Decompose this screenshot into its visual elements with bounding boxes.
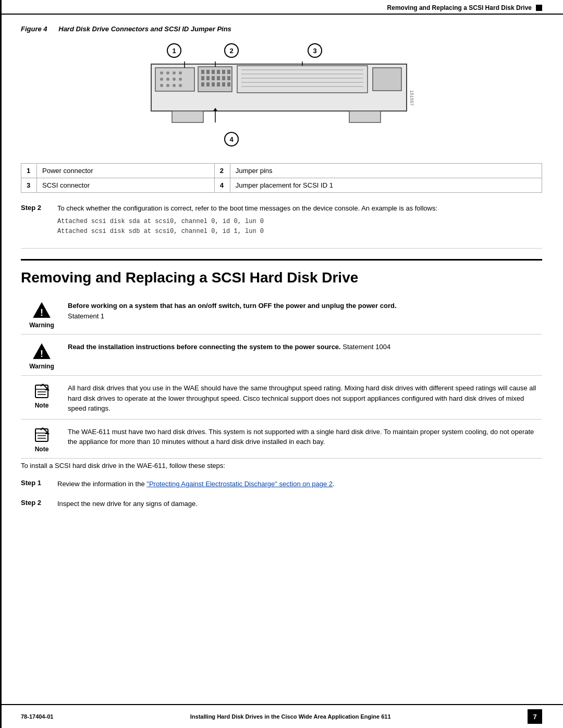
svg-rect-32 xyxy=(227,82,230,87)
warning-icon-area-2: ! Warning xyxy=(21,342,68,370)
table-num-2: 2 xyxy=(214,164,230,178)
svg-line-67 xyxy=(41,428,43,430)
hdd-diagram: 1 2 3 xyxy=(136,38,427,153)
svg-point-8 xyxy=(173,78,176,81)
code-line-2: Attached scsi disk sdb at scsi0, channel… xyxy=(57,227,542,237)
svg-rect-21 xyxy=(201,76,204,80)
warning-extra-2: Statement 1004 xyxy=(342,343,390,351)
figure-section: Figure 4 Hard Disk Drive Connectors and … xyxy=(21,25,542,153)
step2-text: To check whether the configuration is co… xyxy=(57,203,542,214)
install-step-1-label: Step 1 xyxy=(21,479,57,487)
warning-label-2: Warning xyxy=(29,363,54,370)
note-content-1: All hard disk drives that you use in the… xyxy=(68,383,542,414)
svg-rect-15 xyxy=(201,70,204,74)
footer-doc-title: Installing Hard Disk Drives in the Cisco… xyxy=(190,713,391,720)
svg-rect-46 xyxy=(172,111,203,122)
svg-point-5 xyxy=(179,71,182,75)
header-square-icon xyxy=(536,5,542,11)
reference-table: 1 Power connector 2 Jumper pins 3 SCSI c… xyxy=(21,163,542,193)
top-header: Removing and Replacing a SCSI Hard Disk … xyxy=(0,0,563,15)
svg-point-6 xyxy=(160,78,163,81)
section-title: Removing and Replacing a SCSI Hard Disk … xyxy=(21,259,542,287)
svg-point-13 xyxy=(179,84,182,87)
svg-rect-39 xyxy=(373,68,401,91)
install-step-2: Step 2 Inspect the new drive for any sig… xyxy=(21,496,542,512)
svg-rect-27 xyxy=(201,82,204,87)
svg-rect-23 xyxy=(212,76,215,80)
warning-block-1: ! Warning Before working on a system tha… xyxy=(21,295,542,335)
callout-2: 2 xyxy=(224,43,239,58)
svg-rect-16 xyxy=(206,70,210,74)
table-label-3: SCSI connector xyxy=(37,178,215,193)
code-line-1: Attached scsi disk sda at scsi0, channel… xyxy=(57,217,542,227)
warning-triangle-icon-1: ! xyxy=(32,301,51,319)
svg-text:!: ! xyxy=(40,307,43,318)
step1-pre-text: Review the information in the xyxy=(57,480,146,488)
step1-link[interactable]: "Protecting Against Electrostatic Discha… xyxy=(146,480,333,488)
svg-rect-24 xyxy=(217,76,220,80)
table-num-3: 3 xyxy=(21,178,37,193)
warning-content-2: Read the installation instructions befor… xyxy=(68,342,542,352)
warning-content-1: Before working on a system that has an o… xyxy=(68,301,542,321)
note-content-2: The WAE-611 must have two hard disk driv… xyxy=(68,427,542,447)
warning-extra-1: Statement 1 xyxy=(68,312,104,320)
table-label-1: Power connector xyxy=(37,164,215,178)
warning-triangle-icon-2: ! xyxy=(32,342,51,361)
note-icon-area-1: Note xyxy=(21,383,68,409)
footer-doc-number: 78-17404-01 xyxy=(21,713,53,720)
bottom-footer: 78-17404-01 Installing Hard Disk Drives … xyxy=(0,704,563,728)
svg-text:151557: 151557 xyxy=(409,90,414,106)
svg-point-4 xyxy=(173,71,176,75)
svg-rect-31 xyxy=(222,82,225,87)
step2-content: To check whether the configuration is co… xyxy=(57,203,542,240)
figure-caption: Figure 4 Hard Disk Drive Connectors and … xyxy=(21,25,542,33)
step1-post-text: . xyxy=(333,480,335,488)
svg-rect-30 xyxy=(217,82,220,87)
svg-rect-20 xyxy=(227,70,230,74)
warning-bold-text-1: Before working on a system that has an o… xyxy=(68,302,397,310)
svg-rect-28 xyxy=(206,82,210,87)
table-num-1: 1 xyxy=(21,164,37,178)
svg-rect-19 xyxy=(222,70,225,74)
install-step-2-label: Step 2 xyxy=(21,499,57,507)
note-pencil-icon-2 xyxy=(33,427,50,443)
code-block: Attached scsi disk sda at scsi0, channel… xyxy=(57,217,542,237)
svg-rect-26 xyxy=(227,76,230,80)
svg-rect-18 xyxy=(217,70,220,74)
svg-rect-25 xyxy=(222,76,225,80)
svg-point-11 xyxy=(166,84,169,87)
note-block-2: Note The WAE-611 must have two hard disk… xyxy=(21,422,542,459)
svg-rect-22 xyxy=(206,76,210,80)
note-label-2: Note xyxy=(35,446,49,453)
main-content: Figure 4 Hard Disk Drive Connectors and … xyxy=(0,15,563,704)
svg-point-12 xyxy=(173,84,176,87)
callout-3: 3 xyxy=(308,43,322,58)
warning-bold-text-2: Read the installation instructions befor… xyxy=(68,343,341,351)
table-num-4: 4 xyxy=(214,178,230,193)
left-border xyxy=(0,0,2,728)
callout-4: 4 xyxy=(224,132,239,146)
figure-title: Hard Disk Drive Connectors and SCSI ID J… xyxy=(58,25,231,33)
svg-line-60 xyxy=(41,384,43,386)
note-label-1: Note xyxy=(35,402,49,409)
drive-illustration: 151557 xyxy=(146,61,422,129)
svg-rect-17 xyxy=(212,70,215,74)
figure-number: Figure 4 xyxy=(21,25,47,33)
footer-page-number: 7 xyxy=(528,709,542,724)
warning-icon-area-1: ! Warning xyxy=(21,301,68,329)
install-step-1-content: Review the information in the "Protectin… xyxy=(57,479,542,489)
warning-label-1: Warning xyxy=(29,322,54,329)
table-label-2: Jumper pins xyxy=(230,164,542,178)
intro-paragraph: To install a SCSI hard disk drive in the… xyxy=(21,461,542,471)
step2-label: Step 2 xyxy=(21,203,57,212)
svg-text:!: ! xyxy=(40,349,43,359)
svg-rect-29 xyxy=(212,82,215,87)
svg-point-9 xyxy=(179,78,182,81)
step2-section: Step 2 To check whether the configuratio… xyxy=(21,203,542,249)
svg-point-7 xyxy=(166,78,169,81)
warning-block-2: ! Warning Read the installation instruct… xyxy=(21,337,542,376)
note-pencil-icon-1 xyxy=(33,383,50,400)
table-row: 1 Power connector 2 Jumper pins xyxy=(21,164,542,178)
svg-point-2 xyxy=(160,71,163,75)
install-step-2-content: Inspect the new drive for any signs of d… xyxy=(57,499,542,509)
